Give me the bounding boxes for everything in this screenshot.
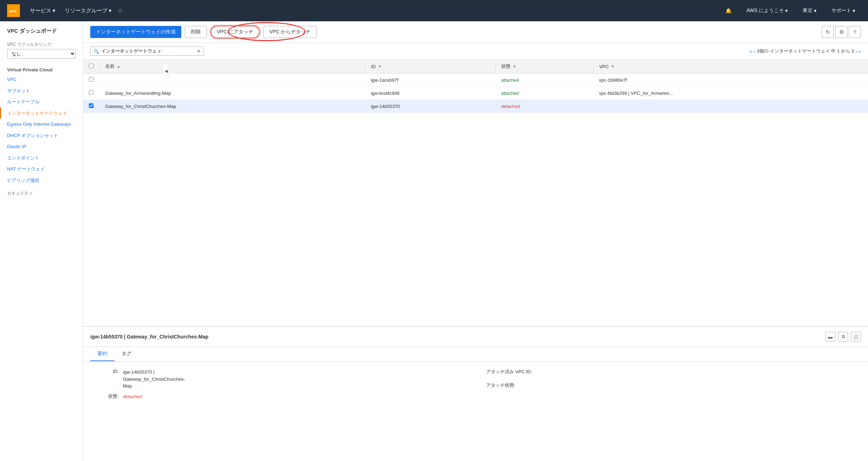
toolbar: インターネットゲートウェイの作成 削除 VPC にアタッチ VPC からデタッチ…: [83, 21, 868, 43]
row-checkbox[interactable]: [89, 77, 93, 82]
row-checkbox[interactable]: [89, 103, 93, 108]
detach-vpc-button[interactable]: VPC からデタッチ: [263, 26, 317, 38]
cell-vpc: [593, 100, 868, 113]
tab-tags[interactable]: タグ: [114, 347, 139, 361]
chevron-down-icon: ▾: [814, 8, 816, 13]
cell-status: detached: [495, 100, 593, 113]
sidebar-item-peering[interactable]: ピアリング接続: [0, 175, 83, 186]
sidebar-section-security: セキュリティ: [0, 186, 83, 199]
services-menu[interactable]: サービス ▾: [26, 5, 59, 16]
table-row[interactable]: igw-1aceb97f attached vpc-1b886e7f: [83, 74, 868, 87]
support-menu[interactable]: サポート ▾: [828, 5, 859, 16]
chevron-down-icon: ▾: [53, 7, 55, 14]
cell-vpc: vpc-1b886e7f: [593, 74, 868, 87]
cell-status: attached: [495, 74, 593, 87]
detail-minimize-button[interactable]: ▬: [825, 332, 835, 342]
detail-maximize-button[interactable]: ⬜: [851, 332, 861, 342]
igw-table-wrap: 名前 ▲ ID ▼ 状態: [83, 60, 868, 326]
sidebar-item-igw[interactable]: インターネットゲートウェイ: [0, 108, 83, 119]
sort-status-icon[interactable]: ▼: [513, 64, 516, 69]
detail-status-label: 状態:: [97, 393, 119, 400]
create-igw-button[interactable]: インターネットゲートウェイの作成: [90, 26, 181, 38]
sidebar-item-endpoints[interactable]: エンドポイント: [0, 152, 83, 164]
chevron-down-icon: ▾: [853, 8, 855, 13]
sidebar-item-subnets[interactable]: サブネット: [0, 85, 83, 97]
attach-vpc-button[interactable]: VPC にアタッチ: [210, 26, 260, 38]
help-button[interactable]: ?: [849, 26, 861, 38]
main-content: インターネットゲートウェイの作成 削除 VPC にアタッチ VPC からデタッチ…: [83, 21, 868, 461]
delete-button[interactable]: 削除: [185, 26, 207, 38]
region-menu[interactable]: 東京 ▾: [799, 5, 820, 16]
aws-welcome-menu[interactable]: AWS にようこそ ▾: [743, 5, 791, 16]
cell-name: Gateway_for_ChristChurches-Map: [100, 100, 365, 113]
sidebar-section-vpc: Virtual Private Cloud: [0, 64, 83, 74]
filter-input-wrap: 🔍 ✕: [90, 47, 204, 56]
cell-id: igw-14b55370: [365, 100, 495, 113]
cell-name: Gateway_for_Armwrestling-Map: [100, 87, 365, 100]
filter-first-button[interactable]: «: [750, 49, 752, 54]
aws-logo: aws: [7, 4, 20, 17]
chevron-down-icon: ▾: [109, 7, 112, 14]
search-input[interactable]: [101, 49, 194, 54]
sidebar-filter-label: VPC でフィルタリング:: [0, 39, 83, 49]
sort-name-icon[interactable]: ▲: [117, 64, 120, 69]
detail-restore-button[interactable]: ⧉: [838, 332, 848, 342]
filter-info: 3個の インターネットゲートウェイ 中 1 から 3: [757, 48, 854, 54]
detail-content: ID: igw-14b55370 |Gateway_for_ChristChur…: [83, 362, 868, 411]
sidebar-item-vpc[interactable]: VPC: [0, 74, 83, 85]
sort-id-icon[interactable]: ▼: [378, 64, 382, 69]
cell-name: [100, 74, 365, 87]
settings-button[interactable]: ⚙: [835, 26, 847, 38]
row-checkbox[interactable]: [89, 90, 93, 95]
chevron-down-icon: ▾: [785, 8, 788, 13]
detail-id-label: ID:: [97, 369, 119, 390]
clear-filter-icon[interactable]: ✕: [197, 48, 201, 54]
col-header-status: 状態 ▼: [495, 60, 593, 74]
sidebar-item-route-tables[interactable]: ルートテーブル: [0, 96, 83, 108]
bookmarks-icon[interactable]: ☆: [117, 7, 123, 15]
detail-title: igw-14b55370 | Gateway_for_ChristChurche…: [90, 334, 208, 340]
igw-table: 名前 ▲ ID ▼ 状態: [83, 60, 868, 113]
sidebar: VPC ダッシュボード VPC でフィルタリング: なし Virtual Pri…: [0, 21, 83, 461]
sidebar-item-nat[interactable]: NAT ゲートウェイ: [0, 163, 83, 175]
resources-menu[interactable]: リソースグループ ▾: [61, 5, 115, 16]
notifications-icon[interactable]: 🔔: [722, 6, 735, 16]
sidebar-collapse-button[interactable]: ◀: [164, 64, 169, 78]
detail-actions: ▬ ⧉ ⬜: [825, 332, 861, 342]
sidebar-item-egress[interactable]: Egress Only Internet Gateways: [0, 119, 83, 130]
vpc-filter-select[interactable]: なし: [7, 49, 76, 59]
col-header-id: ID ▼: [365, 60, 495, 74]
table-row[interactable]: Gateway_for_ChristChurches-Map igw-14b55…: [83, 100, 868, 113]
detail-status-value: detached: [123, 393, 142, 400]
detail-attach-status-label: アタッチ状態:: [486, 382, 515, 389]
cell-status: attached: [495, 87, 593, 100]
top-navigation: aws サービス ▾ リソースグループ ▾ ☆ 🔔 AWS にようこそ ▾ 東京…: [0, 0, 868, 21]
filter-last-button[interactable]: »: [858, 49, 861, 54]
detail-panel: igw-14b55370 | Gateway_for_ChristChurche…: [83, 326, 868, 461]
cell-vpc: vpc-fdd3b299 | VPC_for_Armwres...: [593, 87, 868, 100]
detail-vpc-id-label: アタッチ済み VPC ID:: [486, 369, 532, 375]
sidebar-item-eip[interactable]: Elastic IP: [0, 141, 83, 152]
sidebar-item-dhcp[interactable]: DHCP オプションセット: [0, 130, 83, 141]
filter-next-button[interactable]: ›: [855, 49, 857, 54]
cell-id: igw-bcd4c9d9: [365, 87, 495, 100]
detail-section-left: ID: igw-14b55370 |Gateway_for_ChristChur…: [97, 369, 465, 403]
sort-vpc-icon[interactable]: ▼: [611, 64, 615, 69]
svg-text:aws: aws: [9, 9, 16, 13]
search-icon: 🔍: [93, 49, 99, 54]
sidebar-title: VPC ダッシュボード: [0, 27, 83, 39]
detail-tabs: 要約 タグ: [83, 347, 868, 362]
filter-navigation: « ‹ 3個の インターネットゲートウェイ 中 1 から 3 › »: [750, 48, 861, 54]
detail-id-value: igw-14b55370 |Gateway_for_ChristChurches…: [123, 369, 185, 390]
detail-header: igw-14b55370 | Gateway_for_ChristChurche…: [83, 327, 868, 347]
select-all-checkbox[interactable]: [89, 64, 93, 68]
detail-section-right: アタッチ済み VPC ID: アタッチ状態:: [486, 369, 854, 403]
col-header-vpc: VPC ▼: [593, 60, 868, 74]
table-row[interactable]: Gateway_for_Armwrestling-Map igw-bcd4c9d…: [83, 87, 868, 100]
col-header-name: 名前 ▲: [100, 60, 365, 74]
tab-summary[interactable]: 要約: [90, 347, 114, 361]
refresh-button[interactable]: ↻: [822, 26, 834, 38]
cell-id: igw-1aceb97f: [365, 74, 495, 87]
filter-prev-button[interactable]: ‹: [754, 49, 755, 54]
filter-bar: 🔍 ✕ « ‹ 3個の インターネットゲートウェイ 中 1 から 3 › »: [83, 43, 868, 60]
